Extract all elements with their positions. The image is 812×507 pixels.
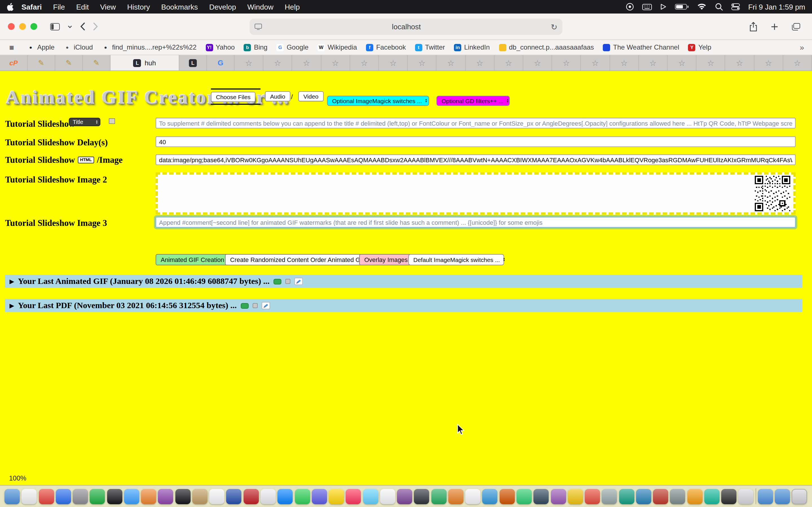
video-button[interactable]: Video xyxy=(298,91,323,101)
tab-empty[interactable]: ☆ xyxy=(552,55,581,70)
minimize-window-button[interactable] xyxy=(19,23,26,30)
tab-group-chevron-icon[interactable] xyxy=(64,25,76,28)
tab-overview-icon[interactable] xyxy=(788,23,804,30)
dock-app-icon[interactable] xyxy=(363,489,378,504)
menu-clock[interactable]: Fri 9 Jan 1:59 pm xyxy=(748,3,805,11)
dock-app-icon[interactable] xyxy=(619,489,634,504)
animated-gif-creation-button[interactable]: Animated GIF Creation xyxy=(156,254,229,265)
disclosure-triangle-icon[interactable]: ▶ xyxy=(10,302,14,309)
tab-empty[interactable]: ☆ xyxy=(263,55,292,70)
tab-empty[interactable]: ☆ xyxy=(668,55,696,70)
dock-app-icon[interactable] xyxy=(585,489,600,504)
image-data-input[interactable] xyxy=(156,154,796,165)
tab-empty[interactable]: ☆ xyxy=(495,55,523,70)
tab-l[interactable]: L xyxy=(179,55,207,70)
last-pdf-bar[interactable]: ▶ Your Last PDF (November 03 2021 06:14:… xyxy=(5,299,802,312)
audio-button[interactable]: Audio xyxy=(265,91,290,101)
status-badge-icon[interactable] xyxy=(626,3,634,11)
tab-editor[interactable]: ✎ xyxy=(55,55,83,70)
page-settings-icon[interactable] xyxy=(255,22,262,32)
sidebar-toggle-icon[interactable] xyxy=(46,23,64,30)
bookmark-item[interactable]: db_connect.p...aaasaaafaas xyxy=(499,43,594,51)
screen-mirroring-icon[interactable] xyxy=(660,3,666,10)
default-imagemagick-select[interactable]: Default ImageMagick switches ... ▴▾ xyxy=(408,254,504,265)
tab-empty[interactable]: ☆ xyxy=(437,55,465,70)
menu-item[interactable]: Help xyxy=(279,3,306,11)
control-center-icon[interactable] xyxy=(731,3,740,10)
dock-app-icon[interactable] xyxy=(653,489,668,504)
tab-empty[interactable]: ☆ xyxy=(292,55,321,70)
dock-app-icon[interactable] xyxy=(483,489,498,504)
dock-app-icon[interactable] xyxy=(568,489,583,504)
dock-app-icon[interactable] xyxy=(124,489,139,504)
tab-editor[interactable]: ✎ xyxy=(83,55,110,70)
menu-item[interactable]: View xyxy=(94,3,121,11)
menu-item[interactable]: Bookmarks xyxy=(156,3,204,11)
bookmark-item[interactable]: Y! Yahoo xyxy=(206,43,235,51)
tab-editor[interactable]: ✎ xyxy=(28,55,55,70)
tab-empty[interactable]: ☆ xyxy=(725,55,754,70)
tab-empty[interactable]: ☆ xyxy=(465,55,494,70)
reload-icon[interactable]: ↻ xyxy=(551,22,557,31)
dock-app-icon[interactable] xyxy=(465,489,480,504)
disclosure-triangle-icon[interactable]: ▶ xyxy=(10,278,14,284)
dock-app-icon[interactable] xyxy=(346,489,361,504)
dock-app-icon[interactable] xyxy=(380,489,395,504)
tab-google[interactable]: G xyxy=(207,55,235,70)
bookmark-item[interactable]: b Bing xyxy=(244,43,267,51)
wifi-icon[interactable] xyxy=(697,3,707,10)
tab-empty[interactable]: ☆ xyxy=(321,55,350,70)
bookmark-item[interactable]: Y Yelp xyxy=(688,43,711,51)
bookmark-item[interactable]: t Twitter xyxy=(415,43,445,51)
dock-documents-folder[interactable] xyxy=(775,489,790,504)
new-tab-icon[interactable] xyxy=(767,23,782,30)
dock-app-icon[interactable] xyxy=(209,489,224,504)
dock-app-icon[interactable] xyxy=(670,489,686,504)
dock-trash[interactable] xyxy=(792,489,807,504)
tab-empty[interactable]: ☆ xyxy=(523,55,552,70)
gd-filters-select[interactable]: Optional GD filters++ ... ▴▾ xyxy=(437,96,510,106)
dock-app-icon[interactable] xyxy=(226,489,242,504)
dock-app-icon[interactable] xyxy=(397,489,412,504)
tab-empty[interactable]: ☆ xyxy=(610,55,639,70)
tab-empty[interactable]: ☆ xyxy=(408,55,437,70)
dock-app-icon[interactable] xyxy=(534,489,549,504)
dock-app-icon[interactable] xyxy=(175,489,190,504)
menu-item[interactable]: Safari xyxy=(16,3,47,11)
html-chip[interactable]: HTML xyxy=(78,157,94,164)
image2-dropzone[interactable] xyxy=(156,172,796,215)
back-button[interactable] xyxy=(76,22,89,31)
dock-app-icon[interactable] xyxy=(107,489,122,504)
menu-item[interactable]: History xyxy=(121,3,156,11)
bookmarks-overflow-chevron[interactable]: » xyxy=(800,43,804,52)
tab-empty[interactable]: ☆ xyxy=(783,55,812,70)
keyboard-icon[interactable] xyxy=(642,4,652,10)
tab-empty[interactable]: ☆ xyxy=(581,55,610,70)
dock-app-icon[interactable] xyxy=(192,489,207,504)
dock-app-icon[interactable] xyxy=(39,489,54,504)
zoom-indicator[interactable]: 100% xyxy=(9,474,26,482)
dock-downloads-folder[interactable] xyxy=(758,489,773,504)
dock-app-icon[interactable] xyxy=(448,489,463,504)
edit-icon[interactable] xyxy=(294,278,303,285)
tab-active-huh[interactable]: L huh xyxy=(110,55,179,70)
choose-files-button[interactable]: Choose Files xyxy=(211,92,256,102)
bookmark-item[interactable]: ● iCloud xyxy=(63,43,93,51)
title-extra-box[interactable] xyxy=(109,118,115,124)
randomized-gif-button[interactable]: Create Randomized Content Order Animated… xyxy=(225,254,371,265)
bookmark-item[interactable]: G Google xyxy=(276,43,308,51)
dock-app-icon[interactable] xyxy=(158,489,173,504)
tab-empty[interactable]: ☆ xyxy=(235,55,263,70)
dock-app-icon[interactable] xyxy=(431,489,446,504)
dock-app-icon[interactable] xyxy=(56,489,71,504)
menu-item[interactable]: Develop xyxy=(204,3,242,11)
bookmark-item[interactable]: in LinkedIn xyxy=(454,43,490,51)
tab-empty[interactable]: ☆ xyxy=(350,55,379,70)
dock-app-icon[interactable] xyxy=(551,489,566,504)
bookmark-item[interactable]: ▦ xyxy=(8,44,18,51)
dock-app-icon[interactable] xyxy=(414,489,429,504)
dock-app-icon[interactable] xyxy=(243,489,259,504)
dock-app-icon[interactable] xyxy=(312,489,327,504)
spotlight-search-icon[interactable] xyxy=(715,3,723,11)
dock-app-icon[interactable] xyxy=(295,489,310,504)
